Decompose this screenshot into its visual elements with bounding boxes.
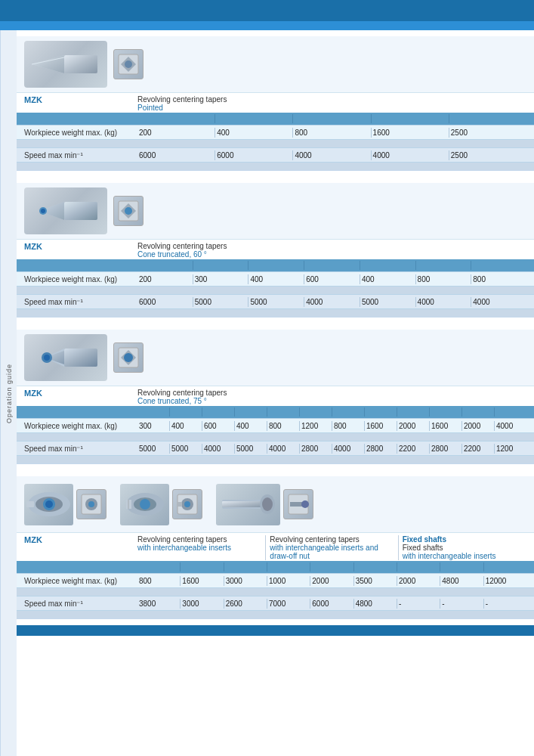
section1-dark-stripe (17, 140, 534, 147)
wp-cell: 400 (248, 274, 304, 284)
svg-point-27 (45, 500, 53, 508)
wp-cell: 2000 (461, 421, 494, 431)
sp-cell: 7000 (267, 599, 310, 609)
sp-cell: 4000 (292, 150, 370, 160)
group3-image1 (216, 484, 280, 525)
svg-point-23 (124, 353, 133, 362)
section4-workpiece-row: Workpiece weight max. (kg) 800 1600 3000… (17, 573, 534, 588)
section1-speed-row: Speed max min⁻¹ 6000 6000 4000 4000 2500 (17, 147, 534, 163)
section3-workpiece-row: Workpiece weight max. (kg) 300 400 600 4… (17, 418, 534, 433)
group2-icon-small (172, 489, 202, 519)
wp-cell: 2000 (397, 421, 429, 431)
wp-cell: 400 (234, 421, 267, 431)
wp-cell: 600 (304, 274, 360, 284)
sp-cell: 4000 (415, 297, 471, 307)
wp-cell: 12000 (483, 576, 526, 586)
size-cell (180, 562, 223, 572)
section2-size-header (17, 259, 534, 271)
wp-cell: 200 (137, 274, 193, 284)
second-blue-bar (0, 21, 534, 30)
size-cell (397, 562, 440, 572)
sp-cell: 5000 (169, 444, 202, 454)
size-cell (461, 407, 494, 417)
sp-cell: 4000 (304, 297, 360, 307)
section2-workpiece-row: Workpiece weight max. (kg) 200 300 400 6… (17, 271, 534, 287)
sp-cell: 5000 (137, 444, 169, 454)
wp-cell: 1600 (180, 576, 223, 586)
sp-cell: 2200 (397, 444, 429, 454)
section1-subtitle: Pointed (137, 104, 163, 112)
wp-cell: 300 (193, 274, 248, 284)
workpiece-label: Workpiece weight max. (kg) (24, 275, 137, 284)
bottom-blue-bar (17, 625, 534, 636)
sp-cell: 3000 (180, 599, 223, 609)
section3-title: Revolving centering tapers Cone truncate… (137, 389, 526, 405)
sp-cell: 4000 (332, 444, 364, 454)
svg-rect-1 (64, 55, 97, 73)
sp-cell: 5000 (360, 297, 415, 307)
wp-cell: 3500 (353, 576, 397, 586)
size-cell (440, 562, 483, 572)
wp-cell: 400 (215, 128, 292, 138)
section2-mzk-label: MZK (24, 242, 137, 259)
wp-cell: 800 (292, 128, 370, 138)
wp-cell: 3000 (224, 576, 267, 586)
section3-dark-stripe (17, 433, 534, 441)
size-cell (353, 562, 397, 572)
size-cell (248, 261, 304, 270)
svg-point-7 (125, 60, 132, 68)
svg-marker-3 (32, 55, 64, 73)
size-cell (215, 114, 292, 123)
section1-product-image (24, 41, 107, 88)
section3-bottom-stripe (17, 456, 534, 463)
group3-icon-small (283, 489, 313, 519)
section1-workpiece-row: Workpiece weight max. (kg) 200 400 800 1… (17, 125, 534, 140)
sp-cell: 6000 (310, 599, 353, 609)
section2-speed-row: Speed max min⁻¹ 6000 5000 5000 4000 5000… (17, 294, 534, 309)
wp-cell: 800 (415, 274, 471, 284)
section4-group3-images (216, 484, 313, 525)
section3-icon-small (113, 342, 144, 373)
wp-cell: 800 (471, 274, 526, 284)
sp-cell: 6000 (137, 297, 193, 307)
size-cell (429, 407, 461, 417)
section4-group1-images (24, 484, 106, 525)
size-cell (332, 407, 364, 417)
size-cell (483, 562, 526, 572)
svg-point-39 (184, 501, 190, 507)
svg-point-15 (125, 207, 132, 215)
section2-dark-stripe (17, 287, 534, 294)
size-cell (397, 407, 429, 417)
wp-cell: 4800 (440, 576, 483, 586)
section2-mzk-row: MZK Revolving centering tapers Cone trun… (17, 240, 534, 259)
size-cell (304, 261, 360, 270)
svg-point-12 (41, 209, 45, 213)
wp-cell: 800 (137, 576, 180, 586)
section3-size-header (17, 406, 534, 418)
workpiece-label: Workpiece weight max. (kg) (24, 422, 137, 430)
svg-marker-35 (126, 500, 131, 509)
speed-label: Speed max min⁻¹ (24, 298, 137, 306)
section4-image-row (17, 476, 534, 533)
section-2: MZK Revolving centering tapers Cone trun… (17, 177, 534, 318)
size-cell (449, 114, 526, 123)
wp-cell: 400 (169, 421, 202, 431)
size-cell (494, 407, 526, 417)
wp-cell: 1600 (429, 421, 461, 431)
section2-icon-small (113, 196, 144, 226)
sp-cell: 4000 (267, 444, 299, 454)
wp-cell: 1600 (364, 421, 397, 431)
sp-cell: 4800 (353, 599, 397, 609)
svg-rect-8 (64, 202, 97, 220)
section4-dark-stripe (17, 588, 534, 596)
section4-group2-images (120, 484, 202, 525)
section2-product-image (24, 187, 107, 234)
size-cell (360, 261, 415, 270)
wp-cell: 200 (137, 128, 215, 138)
sp-cell: 1200 (494, 444, 526, 454)
size-cell (137, 562, 180, 572)
section2-bottom-stripe (17, 309, 534, 317)
section2-subtitle: Cone truncated, 60 ° (137, 250, 207, 259)
section1-mzk-label: MZK (24, 95, 137, 112)
size-cell (299, 407, 332, 417)
